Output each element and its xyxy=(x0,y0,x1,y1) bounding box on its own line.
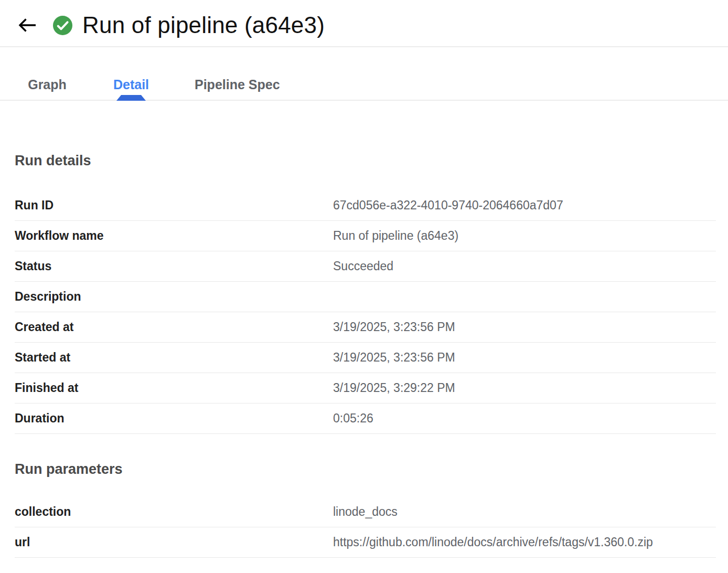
row-value: https://github.com/linode/docs/archive/r… xyxy=(333,535,653,549)
main-content: Run details Run ID 67cd056e-a322-4010-97… xyxy=(0,152,728,558)
row-label: url xyxy=(15,535,333,549)
tab-pipeline-spec-label: Pipeline Spec xyxy=(195,77,280,92)
row-value: 67cd056e-a322-4010-9740-2064660a7d07 xyxy=(333,198,563,213)
row-label: Workflow name xyxy=(15,229,333,243)
row-value: 3/19/2025, 3:23:56 PM xyxy=(333,320,455,334)
table-row-run-id: Run ID 67cd056e-a322-4010-9740-2064660a7… xyxy=(15,190,716,221)
row-label: Run ID xyxy=(15,198,333,213)
run-parameters-heading: Run parameters xyxy=(15,461,716,478)
table-row-url: url https://github.com/linode/docs/archi… xyxy=(15,527,716,558)
active-tab-indicator xyxy=(116,95,146,101)
row-label: Description xyxy=(15,290,333,304)
row-label: Created at xyxy=(15,320,333,334)
table-row-collection: collection linode_docs xyxy=(15,497,716,527)
row-label: Status xyxy=(15,259,333,273)
row-value: Succeeded xyxy=(333,259,393,273)
run-details-table: Run ID 67cd056e-a322-4010-9740-2064660a7… xyxy=(15,190,716,434)
table-row-duration: Duration 0:05:26 xyxy=(15,404,716,434)
row-label: collection xyxy=(15,505,333,519)
row-value: 0:05:26 xyxy=(333,411,373,426)
table-row-status: Status Succeeded xyxy=(15,251,716,282)
tab-graph[interactable]: Graph xyxy=(5,69,89,100)
back-button[interactable] xyxy=(17,17,37,34)
table-row-description: Description xyxy=(15,282,716,312)
tab-graph-label: Graph xyxy=(28,77,67,92)
run-details-heading: Run details xyxy=(15,152,716,169)
row-value: 3/19/2025, 3:23:56 PM xyxy=(333,351,455,365)
page-header: Run of pipeline (a64e3) xyxy=(0,0,728,47)
tab-detail[interactable]: Detail xyxy=(89,69,173,100)
page-title: Run of pipeline (a64e3) xyxy=(82,12,325,38)
table-row-created-at: Created at 3/19/2025, 3:23:56 PM xyxy=(15,312,716,343)
arrow-left-icon xyxy=(18,17,37,33)
run-parameters-table: collection linode_docs url https://githu… xyxy=(15,497,716,558)
table-row-finished-at: Finished at 3/19/2025, 3:29:22 PM xyxy=(15,373,716,404)
row-label: Finished at xyxy=(15,381,333,395)
check-circle-icon xyxy=(53,16,72,35)
row-value: Run of pipeline (a64e3) xyxy=(333,229,458,243)
row-value: 3/19/2025, 3:29:22 PM xyxy=(333,381,455,395)
row-label: Duration xyxy=(15,411,333,426)
row-value: linode_docs xyxy=(333,505,398,519)
row-label: Started at xyxy=(15,351,333,365)
table-row-workflow-name: Workflow name Run of pipeline (a64e3) xyxy=(15,221,716,251)
tab-detail-label: Detail xyxy=(113,77,149,92)
tab-pipeline-spec[interactable]: Pipeline Spec xyxy=(182,69,293,100)
table-row-started-at: Started at 3/19/2025, 3:23:56 PM xyxy=(15,343,716,373)
tab-bar: Graph Detail Pipeline Spec xyxy=(0,47,728,101)
